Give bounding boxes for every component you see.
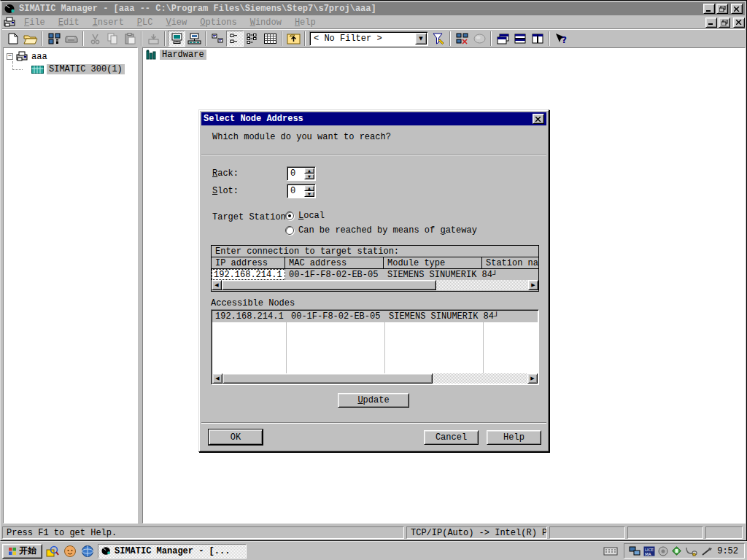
context-help-button[interactable]: ?	[552, 31, 570, 47]
menu-options[interactable]: Options	[193, 18, 243, 28]
collapse-icon[interactable]: −	[7, 53, 13, 60]
tree-view-button[interactable]	[226, 31, 244, 47]
menu-view[interactable]: View	[159, 18, 193, 28]
dialog-close-button[interactable]	[533, 114, 544, 124]
slot-value[interactable]: 0	[287, 184, 304, 198]
rack-label: Rack:	[212, 168, 239, 179]
ok-button[interactable]: OK	[209, 429, 263, 445]
scroll-left-icon[interactable]: ◀	[212, 280, 222, 290]
project-icon[interactable]	[4, 17, 16, 28]
menu-insert[interactable]: Insert	[86, 18, 131, 28]
cascade-windows-button[interactable]	[494, 31, 511, 47]
filter-button[interactable]	[430, 31, 447, 47]
cancel-button[interactable]: Cancel	[424, 430, 479, 445]
menu-window[interactable]: Window	[244, 18, 288, 28]
accessible-nodes-list[interactable]: 192.168.214.1 00-1F-F8-02-EB-05 SIEMENS …	[211, 309, 539, 385]
network-icon[interactable]	[629, 546, 640, 556]
paste-button[interactable]	[121, 31, 139, 47]
connection-row[interactable]: 192.168.214.1 00-1F-F8-02-EB-05 SIEMENS …	[212, 269, 538, 280]
scroll-left-icon[interactable]: ◀	[212, 373, 222, 384]
open-project-button[interactable]	[22, 31, 39, 47]
scroll-right-icon[interactable]: ▶	[528, 280, 538, 290]
menu-plc[interactable]: PLC	[131, 18, 160, 28]
accessible-nodes-scrollbar[interactable]: ◀ ▶	[212, 373, 538, 384]
column-header-ip[interactable]: IP address	[212, 257, 285, 268]
connection-scrollbar[interactable]: ◀ ▶	[212, 280, 538, 290]
user-face-icon[interactable]	[63, 544, 77, 559]
accessible-nodes-button[interactable]	[168, 31, 185, 47]
menu-help[interactable]: Help	[288, 18, 322, 28]
restore-button[interactable]	[716, 4, 728, 14]
details-view-button[interactable]	[261, 31, 279, 47]
task-label: SIMATIC Manager - [...	[115, 546, 230, 556]
update-button[interactable]: Update	[338, 393, 409, 408]
start-button[interactable]: 开始	[2, 544, 42, 559]
radio-gateway[interactable]	[285, 226, 294, 235]
configure-network-button[interactable]	[453, 31, 471, 47]
memory-card-button[interactable]	[63, 31, 80, 47]
simatic-300-icon	[31, 65, 44, 74]
up-one-level-button[interactable]	[285, 31, 302, 47]
status-segment-4	[627, 526, 703, 539]
column-header-mac[interactable]: MAC address	[285, 257, 384, 268]
expanded-tree-button[interactable]	[244, 31, 261, 47]
online-offline-button[interactable]	[185, 31, 203, 47]
pg-connection-icon[interactable]	[685, 546, 698, 556]
close-button[interactable]	[731, 4, 743, 14]
radio-local[interactable]	[285, 211, 294, 220]
find-icon[interactable]	[45, 544, 60, 559]
minimize-button[interactable]	[703, 4, 715, 14]
child-restore-button[interactable]	[719, 18, 730, 28]
simulation-button[interactable]	[471, 31, 488, 47]
slot-label: Slot:	[212, 186, 239, 196]
scroll-right-icon[interactable]: ▶	[527, 373, 538, 384]
tree-project-label[interactable]: aaa	[31, 52, 47, 62]
help-button[interactable]: Help	[487, 430, 541, 445]
taskbar-clock[interactable]: 9:52	[716, 546, 740, 556]
column-header-station[interactable]: Station name	[482, 257, 538, 268]
radio-gateway-label[interactable]: Can be reached by means of gateway	[298, 225, 477, 236]
radio-local-label[interactable]: Local	[298, 211, 325, 221]
copy-button[interactable]	[104, 31, 121, 47]
child-minimize-button[interactable]	[705, 18, 717, 28]
rack-up-icon[interactable]: ▲	[304, 168, 314, 174]
rack-down-icon[interactable]: ▼	[304, 174, 314, 179]
slot-down-icon[interactable]: ▼	[304, 191, 314, 197]
status-interface: TCP/IP(Auto) -> Intel(R) PRO/100	[406, 526, 547, 539]
scrollbar-thumb[interactable]	[222, 280, 436, 290]
start-label: 开始	[19, 545, 36, 557]
target-station-label: Target Station:	[212, 212, 291, 222]
cut-button[interactable]	[86, 31, 104, 47]
accessible-node-row[interactable]: 192.168.214.1 00-1F-F8-02-EB-05 SIEMENS …	[212, 311, 538, 322]
partner-view-button[interactable]	[209, 31, 226, 47]
tree-station-label[interactable]: SIMATIC 300(1)	[47, 64, 125, 74]
connection-ip-field[interactable]: 192.168.214.1	[212, 269, 285, 280]
tools-icon[interactable]	[701, 546, 713, 556]
menu-file[interactable]: File	[18, 18, 52, 28]
accessible-nodes-window-button[interactable]	[45, 31, 63, 47]
keyboard-layout-icon[interactable]	[603, 546, 618, 556]
taskbar-task-button[interactable]: SIMATIC Manager - [...	[98, 544, 247, 559]
license-manager-icon[interactable]: LICEMA	[643, 546, 655, 556]
child-close-button[interactable]	[733, 18, 745, 28]
slot-spinner[interactable]: 0 ▲▼	[287, 184, 316, 198]
column-header-module[interactable]: Module type	[384, 257, 482, 268]
connection-table: Enter connection to target station: IP a…	[211, 245, 539, 292]
download-button[interactable]	[144, 31, 162, 47]
rack-spinner[interactable]: 0 ▲▼	[287, 166, 316, 181]
filter-combobox[interactable]: < No Filter > ▼	[309, 31, 428, 46]
internet-icon[interactable]	[80, 544, 95, 559]
volume-icon[interactable]	[658, 546, 668, 556]
dialog-title: Select Node Address	[204, 114, 303, 124]
menu-edit[interactable]: Edit	[52, 18, 86, 28]
chevron-down-icon[interactable]: ▼	[415, 33, 427, 44]
tile-vertical-button[interactable]	[529, 31, 546, 47]
new-project-button[interactable]	[4, 31, 22, 47]
scrollbar-thumb[interactable]	[222, 373, 433, 384]
step7-service-icon[interactable]	[671, 545, 682, 556]
windows-logo-icon	[8, 547, 17, 556]
slot-up-icon[interactable]: ▲	[304, 185, 314, 191]
tile-windows-button[interactable]	[511, 31, 529, 47]
rack-value[interactable]: 0	[287, 167, 304, 180]
content-item-label[interactable]: Hardware	[160, 50, 206, 60]
